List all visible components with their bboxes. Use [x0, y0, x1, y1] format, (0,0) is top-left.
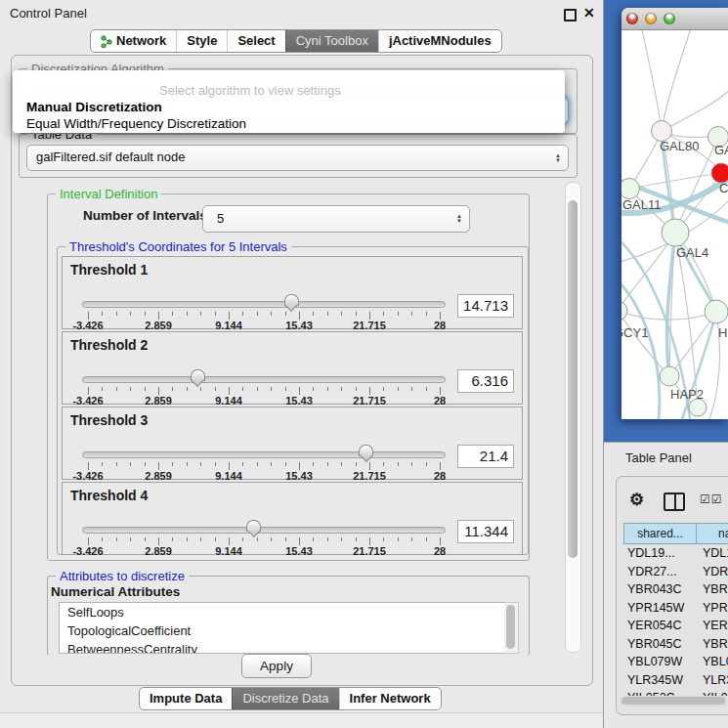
scrollbar-thumb[interactable]: [506, 605, 515, 649]
table-row[interactable]: YIL052CYIL0: [623, 689, 728, 696]
threshold-panel: Threshold 4-3.4262.8599.14415.4321.71528…: [62, 482, 523, 555]
tick-mark: [172, 462, 173, 466]
slider-tick-labels: -3.4262.8599.14415.4321.71528: [88, 545, 440, 557]
table-horizontal-scrollbar[interactable]: [620, 696, 728, 707]
window-minimize-icon[interactable]: [645, 13, 657, 24]
scrollbar-thumb[interactable]: [568, 200, 578, 558]
gear-icon[interactable]: ⚙: [629, 492, 644, 509]
network-window-titlebar[interactable]: [621, 8, 728, 30]
table-row[interactable]: YDR27...YDR2: [623, 563, 728, 581]
threshold-value-field[interactable]: 14.713: [457, 294, 514, 318]
slider-track[interactable]: [82, 301, 446, 308]
table-data-combobox[interactable]: galFiltered.sif default node ▲▼: [26, 145, 569, 171]
slider-track[interactable]: [82, 451, 446, 458]
tick-mark: [242, 462, 243, 466]
tick-mark: [398, 537, 399, 541]
tick-mark: [271, 387, 272, 391]
window-close-icon[interactable]: [626, 13, 638, 24]
tick-label: 21.715: [353, 545, 386, 557]
threshold-slider[interactable]: -3.4262.8599.14415.4321.71528: [88, 518, 440, 553]
control-panel-footer: [0, 712, 603, 728]
tick-label: 28: [434, 395, 446, 407]
tick-mark: [313, 462, 314, 466]
tab-network[interactable]: Network: [91, 30, 176, 52]
tab-style[interactable]: Style: [176, 30, 227, 52]
tick-mark: [313, 387, 314, 391]
table-row[interactable]: YBR045CYBR0: [623, 635, 728, 654]
slider-thumb-icon[interactable]: [191, 369, 205, 381]
tick-mark: [299, 387, 300, 395]
tick-mark: [285, 387, 286, 391]
network-node[interactable]: [621, 179, 640, 199]
tick-label: 21.715: [353, 470, 386, 482]
table-cell: YBR0: [696, 580, 728, 599]
algorithm-option-equal-width[interactable]: Equal Width/Frequency Discretization: [26, 116, 246, 131]
table-row[interactable]: YBR043CYBR0: [623, 580, 728, 599]
algorithm-option-manual[interactable]: Manual Discretization: [26, 100, 162, 114]
window-zoom-icon[interactable]: [664, 13, 675, 24]
network-node[interactable]: [705, 300, 728, 323]
table-cell: YDR27...: [623, 563, 696, 581]
column-header-name[interactable]: name: [696, 523, 728, 544]
tick-mark: [116, 312, 117, 316]
network-node[interactable]: [662, 219, 689, 246]
table-row[interactable]: YER054CYER0: [623, 617, 728, 635]
network-node[interactable]: [660, 366, 679, 386]
threshold-panel: Threshold 1-3.4262.8599.14415.4321.71528…: [62, 256, 523, 329]
table-row[interactable]: YLR345WYLR3: [623, 671, 728, 690]
slider-track[interactable]: [82, 376, 446, 383]
threshold-label: Threshold 3: [70, 412, 148, 428]
apply-button[interactable]: Apply: [241, 654, 312, 678]
network-node[interactable]: [711, 163, 728, 183]
slider-track[interactable]: [82, 527, 446, 534]
table-panel-header: Table Panel: [604, 442, 728, 473]
threshold-slider[interactable]: -3.4262.8599.14415.4321.71528: [88, 443, 440, 478]
column-header-shared-name[interactable]: shared...: [623, 523, 696, 544]
attributes-list-scrollbar[interactable]: [504, 602, 519, 654]
attribute-list-item[interactable]: SelfLoops: [60, 603, 504, 621]
number-of-intervals-combobox[interactable]: 5 ▲▼: [202, 205, 470, 233]
threshold-slider[interactable]: -3.4262.8599.14415.4321.71528: [88, 367, 440, 403]
threshold-value-field[interactable]: 11.344: [457, 520, 514, 543]
tick-label: 15.43: [285, 545, 313, 557]
tick-mark: [257, 462, 258, 466]
tick-mark: [215, 462, 216, 466]
tick-mark: [398, 462, 399, 466]
threshold-slider[interactable]: -3.4262.8599.14415.4321.71528: [88, 292, 440, 327]
bottom-tab-impute-data[interactable]: Impute Data: [140, 688, 232, 709]
tab-label: Cyni Toolbox: [296, 30, 368, 52]
tick-label: 21.715: [353, 320, 386, 331]
attribute-list-item[interactable]: BetweennessCentrality: [60, 640, 504, 654]
attributes-group-title: Attributes to discretize: [56, 569, 189, 583]
slider-thumb-icon[interactable]: [246, 520, 261, 532]
column-checkboxes-icon[interactable]: ☑☑: [700, 492, 723, 506]
tab-cyni-toolbox[interactable]: Cyni Toolbox: [285, 30, 378, 52]
network-view-window[interactable]: GAL80GACGAL11GAL4GCY1HHAP2: [621, 8, 728, 419]
network-node-label: GAL80: [660, 139, 699, 153]
numerical-attributes-list[interactable]: SelfLoopsTopologicalCoefficientBetweenne…: [59, 602, 505, 654]
threshold-value-field[interactable]: 6.316: [457, 369, 514, 393]
network-canvas[interactable]: GAL80GACGAL11GAL4GCY1HHAP2: [621, 30, 728, 419]
tab-label: Style: [187, 30, 217, 52]
close-icon[interactable]: ✕: [583, 5, 595, 21]
float-window-icon[interactable]: [564, 9, 577, 21]
network-node[interactable]: [621, 301, 627, 321]
threshold-value-field[interactable]: 21.4: [457, 445, 514, 468]
bottom-tab-infer-network[interactable]: Infer Network: [339, 688, 441, 709]
table-row[interactable]: YBL079WYBL0: [623, 653, 728, 671]
attribute-list-item[interactable]: TopologicalCoefficient: [60, 621, 504, 640]
split-columns-icon[interactable]: [664, 492, 685, 511]
table-row[interactable]: YDL19...YDL1: [623, 544, 728, 563]
network-edge: [662, 89, 728, 131]
tab-jactivemnodules[interactable]: jActiveMNodules: [378, 30, 501, 52]
bottom-tab-discretize-data[interactable]: Discretize Data: [232, 688, 338, 709]
slider-thumb-icon[interactable]: [284, 294, 299, 306]
scrollbar-thumb[interactable]: [621, 697, 725, 705]
tick-mark: [341, 537, 342, 541]
tick-mark: [327, 537, 328, 541]
tick-mark: [411, 537, 412, 541]
slider-thumb-icon[interactable]: [359, 445, 373, 456]
tab-select[interactable]: Select: [227, 30, 284, 52]
table-row[interactable]: YPR145WYPR1: [623, 599, 728, 618]
panel-scrollbar[interactable]: [565, 182, 581, 653]
